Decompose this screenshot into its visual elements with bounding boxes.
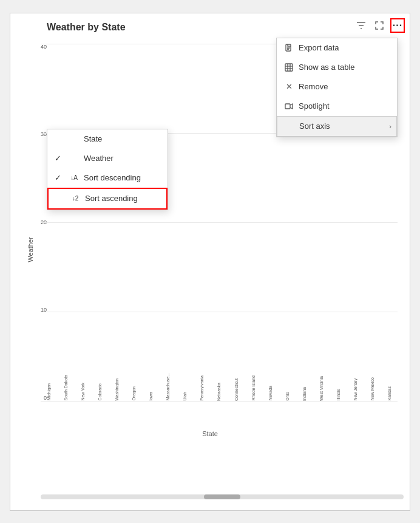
scroll-thumb[interactable] [204, 494, 240, 499]
bar-label: New Mexico [370, 377, 374, 400]
scrollbar[interactable] [41, 494, 404, 499]
bar-wrapper: Indiana [296, 385, 312, 401]
menu-item-export-data-label: Export data [299, 43, 339, 52]
bar-wrapper: Illinois [331, 386, 347, 400]
menu-item-export-data[interactable]: Export data [277, 38, 397, 58]
bar-label: Connecticut [234, 378, 239, 401]
sub-menu: State ✓ Weather ✓ ↓A Sort descending ↓2 … [47, 129, 168, 210]
sub-menu-item-sort-descending-label: Sort descending [84, 173, 141, 182]
menu-item-show-table[interactable]: Show as a table [277, 58, 397, 77]
bar-wrapper: Nebraska [211, 380, 227, 401]
bar-wrapper: Oregon [126, 384, 141, 400]
bar-label: Illinois [336, 389, 340, 400]
chart-title: Weather by State [47, 22, 404, 33]
sub-menu-item-state-label: State [84, 134, 102, 143]
bar-label: Massachuse... [166, 373, 170, 400]
bar-wrapper: South Dakota [58, 372, 73, 400]
bar-label: Nebraska [217, 383, 221, 401]
filter-icon[interactable] [354, 18, 368, 33]
chart-container: ··· Weather by State Weather 40 30 20 10… [10, 13, 410, 511]
menu-item-spotlight-label: Spotlight [299, 101, 330, 111]
bar-wrapper: Iowa [143, 389, 159, 401]
bar-label: New Jersey [353, 378, 357, 401]
weather-check-icon: ✓ [55, 154, 64, 163]
sub-menu-item-weather-label: Weather [84, 154, 113, 163]
chevron-right-icon: › [389, 123, 391, 130]
bar-wrapper: Rhode Island [245, 373, 261, 400]
state-sort-icon [69, 134, 79, 144]
expand-icon[interactable] [372, 18, 387, 33]
sub-menu-item-sort-ascending-label: Sort ascending [85, 194, 138, 203]
sub-menu-item-sort-ascending[interactable]: ↓2 Sort ascending [47, 188, 168, 210]
bar-label: South Dakota [64, 375, 68, 400]
bar-label: Colorado [98, 383, 102, 400]
sort-ascending-icon: ↓2 [70, 194, 80, 203]
bar-wrapper: Colorado [92, 381, 107, 400]
export-data-icon [284, 43, 294, 53]
menu-item-remove[interactable]: ✕ Remove [277, 77, 397, 97]
toolbar: ··· [354, 18, 405, 33]
bar-wrapper: West Virginia [314, 374, 330, 401]
menu-item-sort-axis[interactable]: Sort axis › [277, 116, 397, 137]
show-table-icon [284, 63, 294, 72]
bar-label: Indiana [302, 387, 307, 401]
spotlight-icon [284, 101, 294, 111]
bar-wrapper: Kansas [382, 384, 398, 400]
bar-wrapper: New Jersey [348, 376, 364, 401]
context-menu: Export data Show as a table ✕ Remove [276, 38, 398, 137]
sub-menu-item-sort-descending[interactable]: ✓ ↓A Sort descending [47, 168, 168, 188]
menu-item-show-table-label: Show as a table [299, 63, 355, 72]
sort-axis-icon [285, 121, 294, 131]
menu-item-sort-axis-label: Sort axis [299, 121, 330, 131]
y-axis-label: Weather [27, 237, 34, 262]
sort-descending-check-icon: ✓ [55, 173, 64, 182]
remove-icon: ✕ [284, 82, 294, 92]
sub-menu-item-weather[interactable]: ✓ Weather [47, 149, 168, 168]
bar-wrapper: Washington [109, 376, 124, 401]
bar-label: Utah [183, 392, 187, 401]
svg-rect-1 [285, 64, 293, 71]
bar-wrapper: Michigan [41, 381, 56, 400]
bar-label: Washington [115, 378, 119, 401]
bar-label: Pennsylvania [200, 375, 204, 401]
menu-item-spotlight[interactable]: Spotlight [277, 97, 397, 116]
bar-wrapper: Utah [177, 389, 193, 401]
bar-wrapper: Massachuse... [160, 371, 176, 400]
more-options-button[interactable]: ··· [390, 18, 405, 33]
bar-label: Michigan [47, 383, 51, 400]
bar-wrapper: Pennsylvania [194, 373, 210, 401]
bar-label: Kansas [387, 386, 391, 400]
bar-label: Rhode Island [251, 375, 256, 400]
sort-descending-icon: ↓A [69, 173, 79, 183]
x-axis-label: State [202, 430, 218, 437]
svg-rect-6 [285, 104, 290, 109]
bar-label: Ohio [285, 392, 290, 401]
bar-label: New York [81, 383, 85, 401]
bar-wrapper: Connecticut [228, 376, 244, 401]
bar-label: Iowa [149, 392, 153, 401]
weather-sort-icon [69, 154, 79, 163]
sub-menu-item-state[interactable]: State [47, 129, 168, 149]
bar-wrapper: Nevada [262, 383, 278, 400]
bar-label: Nevada [268, 386, 273, 400]
bar-label: West Virginia [319, 376, 323, 401]
bar-wrapper: Ohio [279, 389, 295, 401]
bar-label: Oregon [132, 386, 136, 400]
bar-wrapper: New York [75, 380, 90, 401]
bar-wrapper: New Mexico [365, 375, 381, 400]
menu-item-remove-label: Remove [299, 82, 328, 91]
